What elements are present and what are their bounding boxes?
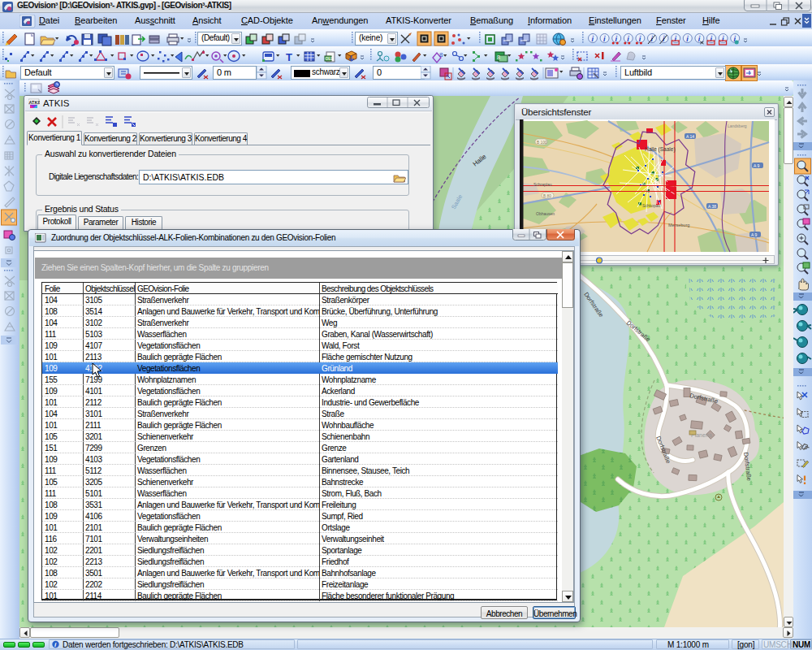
svg-text:8: 8 <box>439 51 443 58</box>
svg-text:B 100: B 100 <box>537 141 547 145</box>
svg-text:8: 8 <box>497 54 500 60</box>
svg-text:A 9: A 9 <box>751 232 757 237</box>
svg-text:T: T <box>286 51 292 63</box>
svg-text:B 80: B 80 <box>543 194 551 198</box>
svg-text:A 9: A 9 <box>754 163 759 168</box>
svg-text:Schkopau: Schkopau <box>642 203 660 208</box>
svg-text:A 38: A 38 <box>708 204 716 209</box>
svg-text:Landsberg: Landsberg <box>728 124 747 128</box>
svg-text:ATKIS: ATKIS <box>29 100 41 105</box>
svg-text:Merseburg: Merseburg <box>668 223 689 228</box>
svg-text:Obhausen: Obhausen <box>536 211 555 216</box>
svg-text:Schraplau: Schraplau <box>533 182 552 187</box>
svg-text:Halle (Saale): Halle (Saale) <box>645 146 676 153</box>
svg-text:OLE: OLE <box>326 56 335 61</box>
svg-text:A 14: A 14 <box>686 134 694 139</box>
